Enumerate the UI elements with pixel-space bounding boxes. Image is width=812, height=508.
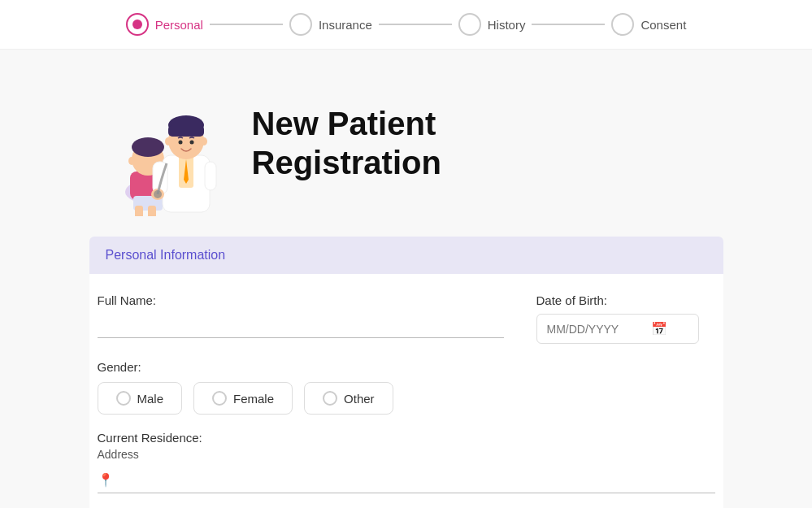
svg-point-3 xyxy=(132,137,164,157)
gender-option-female[interactable]: Female xyxy=(193,382,293,415)
full-name-group: Full Name: xyxy=(98,293,504,344)
svg-point-18 xyxy=(165,137,172,145)
address-section: Current Residence: Address 📍 xyxy=(98,431,715,493)
gender-label: Gender: xyxy=(98,360,715,374)
radio-other xyxy=(323,391,337,406)
calendar-icon[interactable]: 📅 xyxy=(651,321,667,336)
hero-illustration xyxy=(89,74,219,212)
step-label-history: History xyxy=(488,18,526,32)
full-name-label: Full Name: xyxy=(98,293,504,307)
step-personal[interactable]: Personal xyxy=(126,13,203,36)
name-dob-row: Full Name: Date of Birth: 📅 xyxy=(98,293,715,344)
step-circle-insurance xyxy=(289,13,312,36)
main-content: New PatientRegistration Personal Informa… xyxy=(73,50,740,508)
svg-rect-7 xyxy=(148,206,156,216)
step-circle-history xyxy=(458,13,481,36)
step-insurance[interactable]: Insurance xyxy=(289,13,372,36)
form-section: Personal Information Full Name: Date of … xyxy=(89,237,723,508)
gender-section: Gender: Male Female Other xyxy=(98,360,715,415)
radio-male xyxy=(116,391,131,406)
svg-rect-17 xyxy=(168,125,204,137)
step-line-1 xyxy=(210,24,283,25)
gender-options: Male Female Other xyxy=(98,382,715,415)
svg-point-13 xyxy=(154,190,162,198)
stepper: Personal Insurance History Consent xyxy=(0,0,812,50)
step-label-consent: Consent xyxy=(640,18,686,32)
section-header-label: Personal Information xyxy=(106,248,226,262)
address-input-wrapper: 📍 xyxy=(98,467,715,493)
page-title: New PatientRegistration xyxy=(252,104,441,182)
dob-group: Date of Birth: 📅 xyxy=(536,293,715,344)
residence-label: Current Residence: xyxy=(98,431,715,445)
dob-label: Date of Birth: xyxy=(536,293,715,307)
step-circle-personal xyxy=(126,13,149,36)
svg-point-19 xyxy=(201,137,207,145)
address-sublabel: Address xyxy=(98,448,715,461)
step-circle-consent xyxy=(611,13,634,36)
svg-rect-6 xyxy=(135,206,143,216)
section-header: Personal Information xyxy=(89,237,723,274)
svg-point-4 xyxy=(128,157,135,165)
gender-label-female: Female xyxy=(233,392,274,406)
hero-text: New PatientRegistration xyxy=(252,104,441,182)
svg-point-21 xyxy=(189,141,193,145)
svg-rect-14 xyxy=(205,162,216,190)
gender-option-male[interactable]: Male xyxy=(98,382,183,415)
radio-female xyxy=(212,391,227,406)
dob-input[interactable] xyxy=(547,323,645,336)
gender-option-other[interactable]: Other xyxy=(304,382,393,415)
form-body: Full Name: Date of Birth: 📅 Gender: xyxy=(89,293,723,508)
step-consent[interactable]: Consent xyxy=(611,13,686,36)
step-label-insurance: Insurance xyxy=(319,18,372,32)
svg-point-20 xyxy=(178,141,182,145)
step-line-2 xyxy=(379,24,452,25)
step-label-personal: Personal xyxy=(155,18,203,32)
gender-label-other: Other xyxy=(344,392,375,406)
full-name-input[interactable] xyxy=(98,314,504,338)
pin-icon: 📍 xyxy=(98,472,114,488)
step-line-3 xyxy=(532,24,605,25)
hero-section: New PatientRegistration xyxy=(89,74,723,212)
dob-input-wrapper[interactable]: 📅 xyxy=(536,314,699,344)
gender-label-male: Male xyxy=(137,392,164,406)
address-input[interactable] xyxy=(120,473,715,487)
step-history[interactable]: History xyxy=(458,13,526,36)
